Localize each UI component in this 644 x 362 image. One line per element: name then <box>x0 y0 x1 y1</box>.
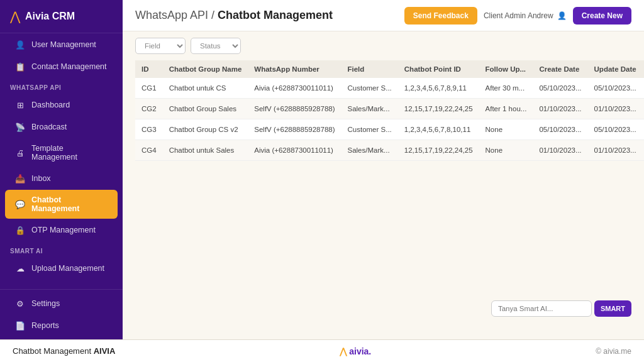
footer-app-name: Chatbot Management <box>13 346 91 356</box>
logo-icon: ⋀ <box>10 9 20 24</box>
col-create-date: Create Date <box>533 60 587 78</box>
top-bar-right: Send Feedback Client Admin Andrew 👤 Crea… <box>404 7 631 25</box>
cell-1: Chatbot untuk Sales <box>163 140 248 161</box>
breadcrumb: WhatsApp API / Chatbot Management <box>135 9 333 22</box>
footer-center: ⋀ aivia. <box>340 346 371 356</box>
cell-3: Customer S... <box>341 78 398 99</box>
cell-5: None <box>479 119 533 140</box>
table-wrapper: ID Chatbot Group Name WhatsApp Number Fi… <box>123 60 644 339</box>
cell-5: After 1 hou... <box>479 99 533 119</box>
user-label: Client Admin Andrew <box>484 11 553 20</box>
cell-7: 05/10/2023... <box>588 119 643 140</box>
sidebar-label-inbox: Inbox <box>31 174 51 183</box>
table-row: CG3Chatbot Group CS v2SelfV (+6288885928… <box>135 119 644 140</box>
cell-6: 05/10/2023... <box>533 119 587 140</box>
cell-0: CG2 <box>135 99 163 119</box>
sidebar-bottom: ⚙ Settings 📄 Reports <box>0 289 123 339</box>
sidebar-item-broadcast[interactable]: 📡 Broadcast <box>5 116 118 138</box>
cell-5: None <box>479 140 533 161</box>
otp-icon: 🔒 <box>15 225 25 235</box>
sidebar-item-inbox[interactable]: 📥 Inbox <box>5 168 118 189</box>
cell-0: CG4 <box>135 140 163 161</box>
table-header-row: ID Chatbot Group Name WhatsApp Number Fi… <box>135 60 644 78</box>
footer-brand: AIVIA <box>94 346 116 356</box>
sidebar-section-main: 👤 User Management 📋 Contact Management <box>0 33 123 78</box>
cell-0: CG3 <box>135 119 163 140</box>
cell-2: Aivia (+6288730011011) <box>248 78 341 99</box>
sidebar-item-contact-management[interactable]: 📋 Contact Management <box>5 56 118 77</box>
cell-4: 12,15,17,19,22,24,25 <box>398 99 479 119</box>
sidebar-item-template-management[interactable]: 🖨 Template Management <box>5 138 118 167</box>
col-followup: Follow Up... <box>479 60 533 78</box>
cell-2: SelfV (+6288885928788) <box>248 119 341 140</box>
col-update-date: Update Date <box>588 60 643 78</box>
table-row: CG4Chatbot untuk SalesAivia (+6288730011… <box>135 140 644 161</box>
cell-3: Sales/Mark... <box>341 99 398 119</box>
sidebar-label-dashboard: Dashboard <box>31 101 70 109</box>
breadcrumb-prefix: WhatsApp API / <box>135 9 214 21</box>
contact-icon: 📋 <box>15 62 25 72</box>
broadcast-icon: 📡 <box>15 122 25 132</box>
create-new-button[interactable]: Create New <box>573 7 631 25</box>
col-id: ID <box>135 60 163 78</box>
sidebar-item-settings[interactable]: ⚙ Settings <box>5 293 118 314</box>
sidebar-section-smartai: ☁ Upload Management <box>0 257 123 280</box>
col-name: Chatbot Group Name <box>163 60 248 78</box>
cell-1: Chatbot Group CS v2 <box>163 119 248 140</box>
page-title: Chatbot Management <box>218 9 333 21</box>
sidebar-label-otp: OTP Management <box>31 226 96 234</box>
chatbot-icon: 💬 <box>15 199 25 209</box>
top-bar: WhatsApp API / Chatbot Management Send F… <box>123 0 644 31</box>
template-icon: 🖨 <box>15 148 25 158</box>
cell-2: Aivia (+6288730011011) <box>248 140 341 161</box>
footer-left: Chatbot Management AIVIA <box>13 346 115 356</box>
col-chatbot-point: Chatbot Point ID <box>398 60 479 78</box>
sidebar-item-chatbot-management[interactable]: 💬 Chatbot Management <box>5 190 118 219</box>
cell-1: Chatbot untuk CS <box>163 78 248 99</box>
sidebar-label-template: Template Management <box>31 144 108 162</box>
sidebar: ⋀ Aivia CRM 👤 User Management 📋 Contact … <box>0 0 123 339</box>
cell-3: Customer S... <box>341 119 398 140</box>
footer-right: © aivia.me <box>596 347 631 356</box>
sidebar-label-chatbot: Chatbot Management <box>31 195 108 213</box>
upload-icon: ☁ <box>15 263 25 273</box>
footer-logo-icon: ⋀ <box>340 346 347 356</box>
cell-6: 01/10/2023... <box>533 99 587 119</box>
cell-7: 01/10/2023... <box>588 140 643 161</box>
cell-0: CG1 <box>135 78 163 99</box>
cell-3: Sales/Mark... <box>341 140 398 161</box>
main-content: WhatsApp API / Chatbot Management Send F… <box>123 0 644 339</box>
cell-1: Chatbot Group Sales <box>163 99 248 119</box>
field-filter[interactable]: Field <box>135 38 186 54</box>
table-row: CG1Chatbot untuk CSAivia (+6288730011011… <box>135 78 644 99</box>
cell-4: 12,15,17,19,22,24,25 <box>398 140 479 161</box>
cell-7: 01/10/2023... <box>588 99 643 119</box>
send-feedback-button[interactable]: Send Feedback <box>404 7 477 25</box>
smart-ai-button[interactable]: SMART <box>594 300 631 317</box>
sidebar-label-upload: Upload Management <box>31 264 104 273</box>
chatbot-table: ID Chatbot Group Name WhatsApp Number Fi… <box>135 60 644 161</box>
cell-4: 1,2,3,4,5,6,7,8,10,11 <box>398 119 479 140</box>
sidebar-item-dashboard[interactable]: ⊞ Dashboard <box>5 94 118 116</box>
user-icon: 👤 <box>15 40 25 50</box>
footer-logo-text: aivia. <box>349 346 371 356</box>
sidebar-label-user-management: User Management <box>31 40 96 49</box>
sidebar-section-label-whatsapp: WhatsApp API <box>0 78 123 94</box>
sidebar-section-label-smartai: Smart AI <box>0 241 123 257</box>
reports-icon: 📄 <box>15 321 25 331</box>
sidebar-item-upload-management[interactable]: ☁ Upload Management <box>5 258 118 279</box>
smart-ai-input[interactable] <box>491 300 592 317</box>
sidebar-item-reports[interactable]: 📄 Reports <box>5 315 118 336</box>
cell-6: 01/10/2023... <box>533 140 587 161</box>
sidebar-item-otp-management[interactable]: 🔒 OTP Management <box>5 219 118 241</box>
sidebar-section-whatsapp: ⊞ Dashboard 📡 Broadcast 🖨 Template Manag… <box>0 94 123 241</box>
sidebar-label-broadcast: Broadcast <box>31 123 67 131</box>
sidebar-item-user-management[interactable]: 👤 User Management <box>5 34 118 55</box>
sidebar-label-contact-management: Contact Management <box>31 62 107 71</box>
table-row: CG2Chatbot Group SalesSelfV (+6288885928… <box>135 99 644 119</box>
status-filter[interactable]: Status <box>191 38 241 54</box>
user-info: Client Admin Andrew 👤 <box>484 11 567 20</box>
cell-5: After 30 m... <box>479 78 533 99</box>
sidebar-logo: ⋀ Aivia CRM <box>0 0 123 33</box>
footer: Chatbot Management AIVIA ⋀ aivia. © aivi… <box>0 339 644 362</box>
